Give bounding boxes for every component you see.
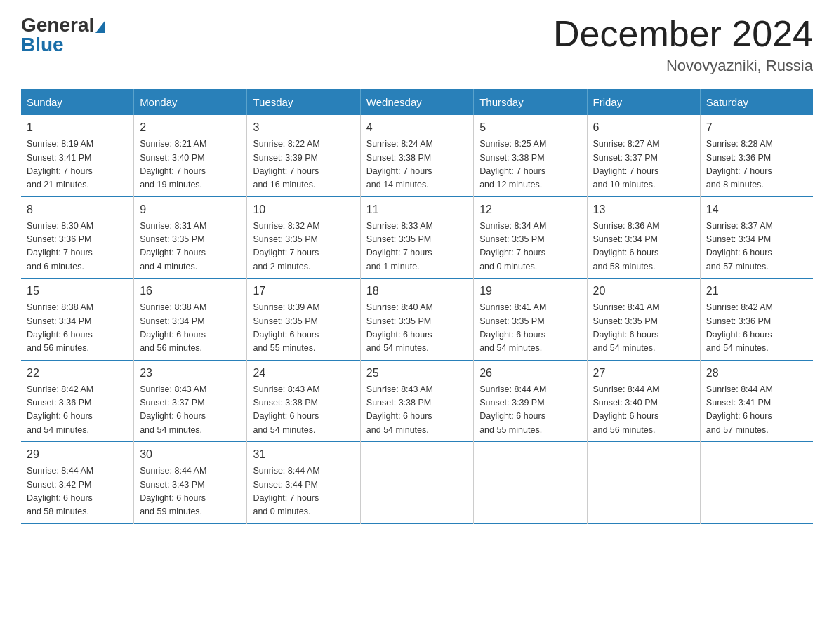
calendar-table: Sunday Monday Tuesday Wednesday Thursday…: [21, 89, 813, 524]
day-number: 26: [479, 365, 581, 382]
calendar-week-row: 29Sunrise: 8:44 AMSunset: 3:42 PMDayligh…: [21, 442, 813, 524]
table-row: 1Sunrise: 8:19 AMSunset: 3:41 PMDaylight…: [21, 115, 134, 196]
day-info: Sunrise: 8:40 AMSunset: 3:35 PMDaylight:…: [366, 301, 468, 356]
day-number: 30: [140, 446, 241, 463]
table-row: 16Sunrise: 8:38 AMSunset: 3:34 PMDayligh…: [134, 279, 247, 361]
table-row: [700, 442, 813, 524]
title-section: December 2024 Novovyazniki, Russia: [553, 14, 813, 75]
day-info: Sunrise: 8:22 AMSunset: 3:39 PMDaylight:…: [253, 137, 354, 192]
day-number: 17: [253, 283, 354, 300]
day-number: 19: [479, 283, 581, 300]
day-info: Sunrise: 8:41 AMSunset: 3:35 PMDaylight:…: [593, 301, 694, 356]
day-number: 6: [593, 119, 694, 136]
table-row: [474, 442, 587, 524]
table-row: [587, 442, 700, 524]
table-row: 19Sunrise: 8:41 AMSunset: 3:35 PMDayligh…: [474, 279, 587, 361]
day-number: 22: [27, 365, 128, 382]
table-row: 27Sunrise: 8:44 AMSunset: 3:40 PMDayligh…: [587, 360, 700, 442]
day-number: 23: [140, 365, 241, 382]
day-number: 20: [593, 283, 694, 300]
day-info: Sunrise: 8:34 AMSunset: 3:35 PMDaylight:…: [479, 220, 581, 274]
day-number: 16: [140, 283, 241, 300]
calendar-week-row: 15Sunrise: 8:38 AMSunset: 3:34 PMDayligh…: [21, 279, 813, 361]
day-info: Sunrise: 8:31 AMSunset: 3:35 PMDaylight:…: [140, 220, 241, 274]
day-info: Sunrise: 8:43 AMSunset: 3:38 PMDaylight:…: [253, 383, 354, 438]
day-number: 13: [593, 201, 694, 218]
table-row: 15Sunrise: 8:38 AMSunset: 3:34 PMDayligh…: [21, 279, 134, 361]
table-row: 22Sunrise: 8:42 AMSunset: 3:36 PMDayligh…: [21, 360, 134, 442]
day-info: Sunrise: 8:41 AMSunset: 3:35 PMDaylight:…: [479, 301, 581, 356]
table-row: 4Sunrise: 8:24 AMSunset: 3:38 PMDaylight…: [360, 115, 473, 196]
table-row: 5Sunrise: 8:25 AMSunset: 3:38 PMDaylight…: [474, 115, 587, 196]
table-row: 23Sunrise: 8:43 AMSunset: 3:37 PMDayligh…: [134, 360, 247, 442]
day-number: 15: [27, 283, 128, 300]
table-row: 21Sunrise: 8:42 AMSunset: 3:36 PMDayligh…: [700, 279, 813, 361]
table-row: 6Sunrise: 8:27 AMSunset: 3:37 PMDaylight…: [587, 115, 700, 196]
header-sunday: Sunday: [21, 89, 134, 115]
day-info: Sunrise: 8:43 AMSunset: 3:38 PMDaylight:…: [366, 383, 468, 438]
table-row: 30Sunrise: 8:44 AMSunset: 3:43 PMDayligh…: [134, 442, 247, 524]
table-row: 14Sunrise: 8:37 AMSunset: 3:34 PMDayligh…: [700, 196, 813, 279]
day-info: Sunrise: 8:37 AMSunset: 3:34 PMDaylight:…: [706, 220, 807, 274]
day-number: 24: [253, 365, 354, 382]
calendar-week-row: 22Sunrise: 8:42 AMSunset: 3:36 PMDayligh…: [21, 360, 813, 442]
day-info: Sunrise: 8:44 AMSunset: 3:43 PMDaylight:…: [140, 464, 241, 519]
header-wednesday: Wednesday: [360, 89, 473, 115]
table-row: 2Sunrise: 8:21 AMSunset: 3:40 PMDaylight…: [134, 115, 247, 196]
day-number: 11: [366, 201, 468, 218]
logo-blue-text: Blue: [21, 34, 64, 56]
table-row: 8Sunrise: 8:30 AMSunset: 3:36 PMDaylight…: [21, 196, 134, 279]
table-row: 7Sunrise: 8:28 AMSunset: 3:36 PMDaylight…: [700, 115, 813, 196]
day-number: 3: [253, 119, 354, 136]
day-info: Sunrise: 8:24 AMSunset: 3:38 PMDaylight:…: [366, 137, 468, 192]
day-info: Sunrise: 8:42 AMSunset: 3:36 PMDaylight:…: [706, 301, 807, 356]
day-info: Sunrise: 8:39 AMSunset: 3:35 PMDaylight:…: [253, 301, 354, 356]
day-info: Sunrise: 8:44 AMSunset: 3:39 PMDaylight:…: [479, 383, 581, 438]
day-info: Sunrise: 8:43 AMSunset: 3:37 PMDaylight:…: [140, 383, 241, 438]
header-tuesday: Tuesday: [247, 89, 360, 115]
day-number: 25: [366, 365, 468, 382]
table-row: 25Sunrise: 8:43 AMSunset: 3:38 PMDayligh…: [360, 360, 473, 442]
day-info: Sunrise: 8:21 AMSunset: 3:40 PMDaylight:…: [140, 137, 241, 192]
day-number: 2: [140, 119, 241, 136]
day-number: 21: [706, 283, 807, 300]
day-number: 29: [27, 446, 128, 463]
calendar-location: Novovyazniki, Russia: [553, 57, 813, 75]
day-info: Sunrise: 8:36 AMSunset: 3:34 PMDaylight:…: [593, 220, 694, 274]
day-info: Sunrise: 8:25 AMSunset: 3:38 PMDaylight:…: [479, 137, 581, 192]
table-row: 10Sunrise: 8:32 AMSunset: 3:35 PMDayligh…: [247, 196, 360, 279]
day-info: Sunrise: 8:44 AMSunset: 3:44 PMDaylight:…: [253, 464, 354, 519]
table-row: 24Sunrise: 8:43 AMSunset: 3:38 PMDayligh…: [247, 360, 360, 442]
header-friday: Friday: [587, 89, 700, 115]
day-number: 18: [366, 283, 468, 300]
day-info: Sunrise: 8:44 AMSunset: 3:42 PMDaylight:…: [27, 464, 128, 519]
calendar-title: December 2024: [553, 14, 813, 54]
day-number: 8: [27, 201, 128, 218]
table-row: 17Sunrise: 8:39 AMSunset: 3:35 PMDayligh…: [247, 279, 360, 361]
table-row: 13Sunrise: 8:36 AMSunset: 3:34 PMDayligh…: [587, 196, 700, 279]
day-number: 28: [706, 365, 807, 382]
logo: General Blue: [21, 14, 105, 56]
day-info: Sunrise: 8:28 AMSunset: 3:36 PMDaylight:…: [706, 137, 807, 192]
day-info: Sunrise: 8:44 AMSunset: 3:40 PMDaylight:…: [593, 383, 694, 438]
logo-triangle-icon: [95, 20, 105, 33]
calendar-header-row: Sunday Monday Tuesday Wednesday Thursday…: [21, 89, 813, 115]
table-row: [360, 442, 473, 524]
day-number: 27: [593, 365, 694, 382]
header-monday: Monday: [134, 89, 247, 115]
table-row: 29Sunrise: 8:44 AMSunset: 3:42 PMDayligh…: [21, 442, 134, 524]
table-row: 11Sunrise: 8:33 AMSunset: 3:35 PMDayligh…: [360, 196, 473, 279]
table-row: 20Sunrise: 8:41 AMSunset: 3:35 PMDayligh…: [587, 279, 700, 361]
calendar-week-row: 1Sunrise: 8:19 AMSunset: 3:41 PMDaylight…: [21, 115, 813, 196]
day-info: Sunrise: 8:42 AMSunset: 3:36 PMDaylight:…: [27, 383, 128, 438]
table-row: 26Sunrise: 8:44 AMSunset: 3:39 PMDayligh…: [474, 360, 587, 442]
table-row: 12Sunrise: 8:34 AMSunset: 3:35 PMDayligh…: [474, 196, 587, 279]
table-row: 31Sunrise: 8:44 AMSunset: 3:44 PMDayligh…: [247, 442, 360, 524]
day-info: Sunrise: 8:38 AMSunset: 3:34 PMDaylight:…: [27, 301, 128, 356]
day-info: Sunrise: 8:32 AMSunset: 3:35 PMDaylight:…: [253, 220, 354, 274]
day-number: 9: [140, 201, 241, 218]
day-info: Sunrise: 8:33 AMSunset: 3:35 PMDaylight:…: [366, 220, 468, 274]
day-number: 1: [27, 119, 128, 136]
day-number: 14: [706, 201, 807, 218]
header-thursday: Thursday: [474, 89, 587, 115]
